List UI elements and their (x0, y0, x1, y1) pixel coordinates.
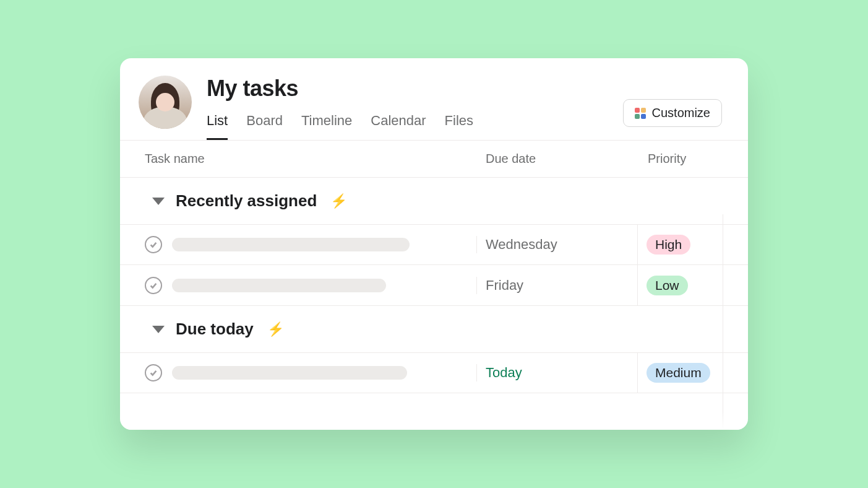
task-sections: Recently assigned⚡WednesdayHighFridayLow… (120, 178, 748, 393)
complete-checkbox[interactable] (145, 236, 162, 253)
priority-cell[interactable]: Medium (638, 353, 748, 393)
section-title: Recently assigned (176, 191, 317, 211)
due-date-cell[interactable]: Today (477, 353, 638, 393)
due-date-cell[interactable]: Friday (477, 265, 638, 305)
header: My tasks ListBoardTimelineCalendarFiles … (120, 58, 748, 140)
tab-list[interactable]: List (207, 113, 228, 140)
priority-cell[interactable]: High (638, 225, 748, 264)
bolt-icon: ⚡ (330, 193, 347, 209)
chevron-down-icon (152, 326, 165, 333)
priority-badge: High (647, 235, 690, 255)
customize-grid-icon (635, 108, 646, 119)
bottom-fade (120, 411, 748, 430)
tab-calendar[interactable]: Calendar (371, 113, 426, 140)
customize-button[interactable]: Customize (623, 99, 722, 127)
task-name-placeholder (172, 279, 386, 292)
priority-badge: Low (647, 276, 688, 295)
col-due-date[interactable]: Due date (477, 152, 638, 166)
page-title: My tasks (207, 76, 723, 102)
my-tasks-card: My tasks ListBoardTimelineCalendarFiles … (120, 58, 748, 430)
due-date-cell[interactable]: Wednesday (477, 225, 638, 264)
task-cell (120, 277, 477, 294)
customize-label: Customize (652, 106, 710, 120)
tab-files[interactable]: Files (445, 113, 473, 140)
task-cell (120, 364, 477, 381)
avatar-body (144, 107, 187, 129)
task-row[interactable]: TodayMedium (120, 352, 748, 393)
section-title: Due today (176, 320, 254, 339)
tab-board[interactable]: Board (246, 113, 283, 140)
section-header[interactable]: Due today⚡ (120, 306, 748, 352)
priority-cell[interactable]: Low (638, 265, 748, 305)
complete-checkbox[interactable] (145, 364, 162, 381)
avatar[interactable] (139, 76, 192, 129)
task-cell (120, 236, 477, 253)
complete-checkbox[interactable] (145, 277, 162, 294)
task-row[interactable]: WednesdayHigh (120, 224, 748, 265)
right-column-edge (723, 214, 723, 430)
task-row[interactable]: FridayLow (120, 265, 748, 306)
tab-timeline[interactable]: Timeline (301, 113, 352, 140)
bolt-icon: ⚡ (267, 321, 284, 338)
section-header[interactable]: Recently assigned⚡ (120, 178, 748, 224)
priority-badge: Medium (647, 363, 710, 383)
col-priority[interactable]: Priority (638, 152, 748, 166)
column-headers: Task name Due date Priority (120, 141, 748, 178)
chevron-down-icon (152, 198, 165, 205)
task-name-placeholder (172, 366, 407, 380)
task-name-placeholder (172, 238, 410, 251)
col-task-name[interactable]: Task name (120, 152, 477, 166)
